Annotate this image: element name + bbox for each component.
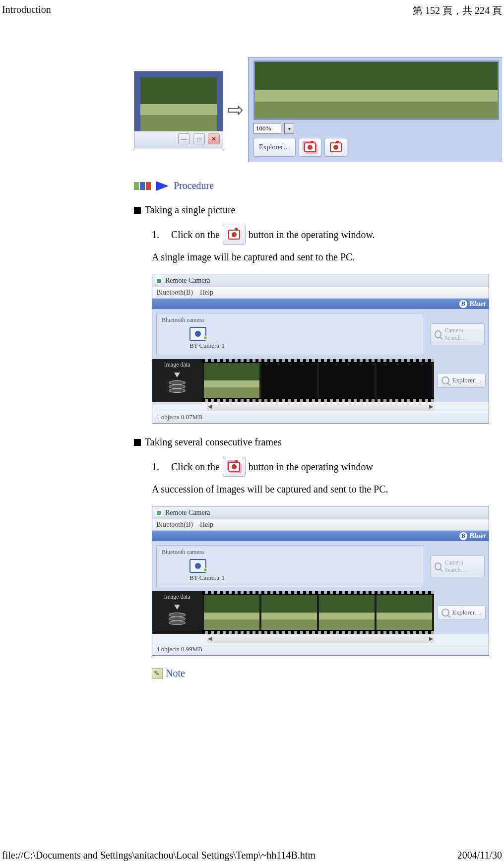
explorer-button-label: Explorer… bbox=[452, 376, 481, 384]
app-icon bbox=[155, 277, 162, 284]
remote-camera-window: Remote Camera Bluetooth(B) Help B Bluet … bbox=[152, 274, 489, 424]
search-icon bbox=[435, 330, 441, 338]
thumbnail-empty bbox=[377, 363, 432, 398]
zoom-dropdown-icon[interactable]: ▾ bbox=[284, 123, 294, 134]
step-text-before: Click on the bbox=[171, 461, 220, 473]
explorer-button[interactable]: Explorer… bbox=[437, 605, 486, 620]
thumbnail[interactable] bbox=[204, 595, 259, 630]
arrow-icon bbox=[156, 181, 169, 191]
procedure-heading: Procedure bbox=[134, 180, 502, 191]
explorer-button[interactable]: Explorer… bbox=[253, 138, 296, 157]
step-text-before: Click on the bbox=[171, 229, 220, 241]
scrollbar[interactable]: ◀▶ bbox=[207, 634, 434, 643]
stack-icon bbox=[169, 613, 186, 625]
camera-burst-icon bbox=[304, 142, 316, 152]
bluetooth-icon: B bbox=[459, 300, 467, 308]
thumbnail-empty bbox=[261, 363, 317, 398]
panel-label: Bluetooth camera bbox=[162, 549, 419, 556]
menu-bluetooth[interactable]: Bluetooth(B) bbox=[156, 289, 193, 297]
close-icon: ✕ bbox=[208, 133, 220, 144]
scrollbar[interactable]: ◀▶ bbox=[207, 402, 434, 411]
explorer-button[interactable]: Explorer… bbox=[437, 373, 486, 388]
page-title: Introduction bbox=[2, 4, 51, 17]
camera-search-label: Camera Search… bbox=[444, 327, 480, 342]
preview-small-window: — ▭ ✕ bbox=[134, 71, 223, 148]
filmstrip bbox=[202, 591, 434, 634]
stack-icon bbox=[169, 380, 186, 393]
camera-icon bbox=[330, 142, 342, 152]
magnifier-icon bbox=[441, 376, 449, 384]
zoom-value[interactable]: 100% bbox=[253, 123, 281, 134]
capture-single-button[interactable] bbox=[324, 138, 347, 157]
thumbnail[interactable] bbox=[204, 363, 259, 398]
footer-path: file://C:\Documents and Settings\anitach… bbox=[2, 850, 315, 861]
minimize-icon: — bbox=[178, 133, 190, 144]
image-data-label: Image data bbox=[164, 361, 190, 369]
filmstrip bbox=[202, 359, 434, 402]
app-icon bbox=[155, 509, 162, 516]
thumbnail-empty bbox=[319, 363, 375, 398]
arrow-down-icon bbox=[174, 372, 180, 377]
search-icon bbox=[435, 562, 441, 570]
window-title: Remote Camera bbox=[165, 509, 210, 517]
thumbnail[interactable] bbox=[377, 595, 432, 630]
status-bar: 4 objects 0.99MB bbox=[152, 643, 489, 655]
camera-burst-icon bbox=[228, 462, 240, 472]
menu-help[interactable]: Help bbox=[200, 521, 213, 529]
step-number: 1. bbox=[152, 461, 159, 473]
maximize-icon: ▭ bbox=[193, 133, 205, 144]
menu-bluetooth[interactable]: Bluetooth(B) bbox=[156, 521, 193, 529]
capture-single-button-inline bbox=[223, 225, 246, 245]
section-single-picture: Taking a single picture bbox=[134, 204, 502, 216]
camera-device-icon[interactable] bbox=[189, 327, 206, 341]
section-title-text: Taking several consecutive frames bbox=[145, 436, 282, 448]
menu-help[interactable]: Help bbox=[200, 289, 213, 297]
bluetooth-badge: Bluet bbox=[469, 532, 486, 540]
footer-date: 2004/11/30 bbox=[457, 850, 502, 861]
camera-search-button: Camera Search… bbox=[430, 556, 485, 577]
step-text-after: button in the operating window bbox=[249, 461, 373, 473]
device-name[interactable]: BT-Camera-1 bbox=[189, 574, 225, 582]
procedure-label: Procedure bbox=[174, 180, 214, 191]
device-name[interactable]: BT-Camera-1 bbox=[189, 342, 225, 350]
section-title-text: Taking a single picture bbox=[145, 204, 235, 216]
step-result: A succession of images will be captured … bbox=[152, 484, 499, 495]
section-consecutive-frames: Taking several consecutive frames bbox=[134, 436, 502, 448]
note-icon bbox=[152, 668, 163, 679]
page-number: 第 152 頁，共 224 頁 bbox=[413, 4, 502, 17]
preview-image bbox=[134, 71, 223, 131]
explorer-button-label: Explorer… bbox=[452, 609, 481, 617]
thumbnail[interactable] bbox=[319, 595, 375, 630]
window-title: Remote Camera bbox=[165, 277, 210, 285]
note-heading: Note bbox=[152, 668, 502, 679]
status-bar: 1 objects 0.07MB bbox=[152, 411, 489, 423]
remote-camera-window: Remote Camera Bluetooth(B) Help B Bluet … bbox=[152, 506, 489, 656]
comparison-figure: — ▭ ✕ ⇨ 100% ▾ Explorer… bbox=[134, 57, 502, 162]
note-label: Note bbox=[166, 668, 185, 679]
camera-icon bbox=[228, 230, 240, 240]
capture-burst-button[interactable] bbox=[299, 138, 321, 157]
preview-large-panel: 100% ▾ Explorer… bbox=[248, 57, 502, 162]
step-text-after: button in the operating window. bbox=[249, 229, 375, 241]
preview-image-large bbox=[253, 61, 499, 120]
bullet-square-icon bbox=[134, 439, 141, 446]
image-data-label: Image data bbox=[164, 593, 190, 601]
capture-burst-button-inline bbox=[223, 457, 246, 477]
arrow-right-icon: ⇨ bbox=[227, 98, 244, 122]
camera-search-button: Camera Search… bbox=[430, 323, 485, 345]
step-number: 1. bbox=[152, 229, 159, 241]
panel-label: Bluetooth camera bbox=[162, 316, 419, 324]
bullet-square-icon bbox=[134, 207, 141, 214]
thumbnail[interactable] bbox=[261, 595, 317, 630]
bluetooth-icon: B bbox=[459, 532, 467, 540]
camera-search-label: Camera Search… bbox=[444, 559, 480, 574]
arrow-down-icon bbox=[174, 605, 180, 610]
bluetooth-badge: Bluet bbox=[469, 300, 486, 308]
step-result: A single image will be captured and sent… bbox=[152, 251, 499, 263]
magnifier-icon bbox=[441, 609, 449, 617]
camera-device-icon[interactable] bbox=[189, 559, 206, 573]
